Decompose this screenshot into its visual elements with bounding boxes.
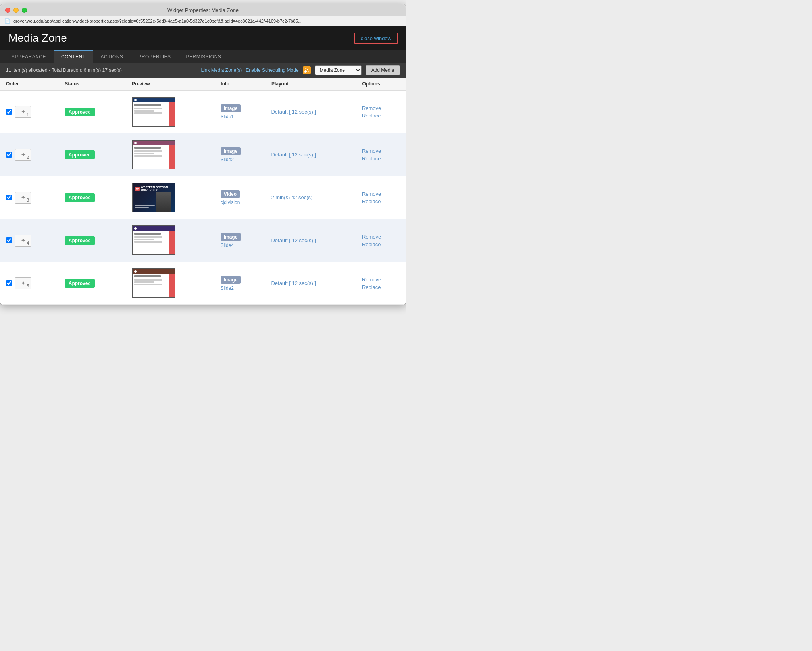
option-replace-link[interactable]: Replace [362, 198, 400, 204]
option-replace-link[interactable]: Replace [362, 113, 400, 119]
playout-value: 2 min(s) 42 sec(s) [271, 195, 312, 200]
tab-properties[interactable]: PROPERTIES [131, 50, 178, 63]
playout-cell: Default [ 12 sec(s) ] [266, 90, 356, 133]
close-traffic-light[interactable] [5, 8, 10, 13]
option-remove-link[interactable]: Remove [362, 105, 400, 111]
info-cell: Image Slide2 [215, 262, 266, 305]
row-checkbox[interactable] [6, 109, 12, 115]
status-badge: Approved [65, 108, 95, 116]
media-name-link[interactable]: Slide2 [221, 285, 260, 291]
order-number: 3 [27, 198, 29, 202]
nav-tabs: APPEARANCE CONTENT ACTIONS PROPERTIES PE… [0, 50, 406, 63]
playout-value: Default [ 12 sec(s) ] [271, 237, 316, 243]
col-order: Order [0, 78, 59, 90]
order-cell: ✦ 2 [0, 133, 59, 176]
order-cell: ✦ 3 [0, 176, 59, 219]
row-checkbox[interactable] [6, 237, 12, 243]
preview-cell [126, 133, 215, 176]
status-cell: Approved [59, 90, 126, 133]
zone-select[interactable]: Media Zone [315, 65, 362, 75]
tab-appearance[interactable]: APPEARANCE [4, 50, 53, 63]
option-replace-link[interactable]: Replace [362, 156, 400, 162]
drag-icon: ✦ [21, 151, 26, 158]
window-title: Widget Properties: Media Zone [167, 7, 239, 13]
info-cell: Image Slide2 [215, 133, 266, 176]
link-media-zone-button[interactable]: Link Media Zone(s) [201, 67, 242, 73]
status-badge: Approved [65, 150, 95, 159]
content-table-wrapper: Order Status Preview Info Playout Option… [0, 78, 406, 305]
row-checkbox[interactable] [6, 195, 12, 200]
media-name-link[interactable]: Slide4 [221, 243, 260, 248]
slide-preview [132, 225, 175, 255]
col-preview: Preview [126, 78, 215, 90]
option-remove-link[interactable]: Remove [362, 191, 400, 197]
media-name-link[interactable]: Slide1 [221, 114, 260, 119]
order-number: 1 [27, 112, 29, 117]
add-media-button[interactable]: Add Media [366, 65, 400, 75]
app-header: Media Zone close window [0, 26, 406, 50]
status-cell: Approved [59, 219, 126, 262]
playout-value: Default [ 12 sec(s) ] [271, 152, 316, 158]
toolbar: 11 item(s) allocated - Total Duration: 6… [0, 63, 406, 78]
playout-value: Default [ 12 sec(s) ] [271, 109, 316, 115]
close-window-button[interactable]: close window [354, 33, 398, 44]
slide-preview [132, 140, 175, 169]
drag-handle[interactable]: ✦ 1 [15, 106, 31, 118]
table-row: ✦ 4 Approved [0, 219, 406, 262]
info-cell: Video cjdivision [215, 176, 266, 219]
table-header: Order Status Preview Info Playout Option… [0, 78, 406, 90]
option-remove-link[interactable]: Remove [362, 277, 400, 283]
drag-handle[interactable]: ✦ 2 [15, 149, 31, 161]
options-cell: RemoveReplace [356, 262, 406, 305]
col-info: Info [215, 78, 266, 90]
traffic-lights [5, 8, 27, 13]
minimize-traffic-light[interactable] [13, 8, 19, 13]
tab-content[interactable]: CONTENT [54, 50, 93, 63]
enable-scheduling-button[interactable]: Enable Scheduling Mode [246, 67, 298, 73]
slide-preview [132, 268, 175, 298]
svg-point-0 [304, 71, 306, 73]
playout-cell: Default [ 12 sec(s) ] [266, 133, 356, 176]
preview-cell [126, 219, 215, 262]
window-chrome: Widget Properties: Media Zone [0, 4, 406, 16]
table-row: ✦ 5 Approved [0, 262, 406, 305]
preview-cell: W WESTERN OREGONUNIVERSITY [126, 176, 215, 219]
option-replace-link[interactable]: Replace [362, 284, 400, 290]
video-preview: W WESTERN OREGONUNIVERSITY [132, 183, 175, 212]
media-type-badge: Image [221, 276, 241, 284]
order-number: 2 [27, 155, 29, 160]
col-status: Status [59, 78, 126, 90]
status-badge: Approved [65, 279, 95, 288]
tab-permissions[interactable]: PERMISSIONS [179, 50, 229, 63]
drag-handle[interactable]: ✦ 3 [15, 192, 31, 204]
order-number: 4 [27, 241, 29, 245]
rss-icon[interactable] [303, 66, 311, 74]
options-cell: RemoveReplace [356, 133, 406, 176]
table-row: ✦ 3 Approved W WESTERN OREGONUNIVERSITY [0, 176, 406, 219]
table-row: ✦ 2 Approved [0, 133, 406, 176]
row-checkbox[interactable] [6, 152, 12, 158]
options-cell: RemoveReplace [356, 90, 406, 133]
toolbar-actions: Link Media Zone(s) Enable Scheduling Mod… [201, 65, 400, 75]
media-name-link[interactable]: cjdivision [221, 200, 260, 205]
col-playout: Playout [266, 78, 356, 90]
status-badge: Approved [65, 236, 95, 245]
option-remove-link[interactable]: Remove [362, 148, 400, 154]
status-cell: Approved [59, 262, 126, 305]
tab-actions[interactable]: ACTIONS [94, 50, 131, 63]
drag-handle[interactable]: ✦ 4 [15, 235, 31, 247]
col-options: Options [356, 78, 406, 90]
playout-cell: Default [ 12 sec(s) ] [266, 219, 356, 262]
content-table: Order Status Preview Info Playout Option… [0, 78, 406, 305]
playout-value: Default [ 12 sec(s) ] [271, 280, 316, 286]
drag-icon: ✦ [21, 237, 26, 244]
media-name-link[interactable]: Slide2 [221, 157, 260, 162]
options-cell: RemoveReplace [356, 176, 406, 219]
row-checkbox[interactable] [6, 280, 12, 286]
option-replace-link[interactable]: Replace [362, 241, 400, 247]
maximize-traffic-light[interactable] [22, 8, 27, 13]
option-remove-link[interactable]: Remove [362, 234, 400, 240]
app-title: Media Zone [8, 32, 67, 44]
status-badge: Approved [65, 193, 95, 202]
drag-handle[interactable]: ✦ 5 [15, 277, 31, 289]
